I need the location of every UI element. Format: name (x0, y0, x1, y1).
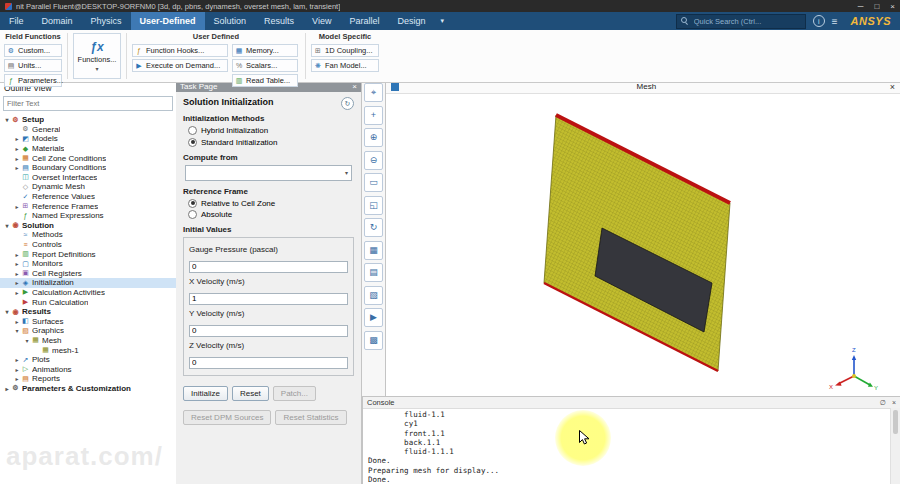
tree-item-solution[interactable]: ▾◉Solution (0, 221, 176, 231)
tree-item-initialization[interactable]: ▸◈Initialization (0, 278, 176, 288)
ribbon-button-fan-model[interactable]: ❋Fan Model... (311, 59, 379, 72)
fit-to-window-button[interactable]: ◱ (364, 196, 383, 215)
tree-item-parameters-customization[interactable]: ▸⚙Parameters & Customization (0, 384, 176, 394)
tree-item-surfaces[interactable]: ▸◧Surfaces (0, 316, 176, 326)
quick-search-input[interactable] (692, 16, 801, 27)
tree-expander-icon[interactable]: ▸ (3, 385, 11, 392)
tree-item-reference-frames[interactable]: ▸⊞Reference Frames (0, 201, 176, 211)
tree-item-overset-interfaces[interactable]: ◫Overset Interfaces (0, 173, 176, 183)
radio-option-absolute[interactable]: Absolute (188, 210, 354, 219)
tree-expander-icon[interactable]: ▸ (13, 356, 21, 363)
tree-expander-icon[interactable]: ▸ (13, 279, 21, 286)
field-input-x-velocity-m-s[interactable] (189, 293, 348, 305)
tree-expander-icon[interactable]: ▸ (13, 145, 21, 152)
close-button[interactable]: × (890, 2, 895, 11)
ribbon-tab-results[interactable]: Results (255, 12, 303, 30)
tree-expander-icon[interactable]: ▸ (13, 270, 21, 277)
tree-expander-icon[interactable]: ▸ (13, 366, 21, 373)
ribbon-tab-file[interactable]: File (0, 12, 33, 30)
tree-item-report-definitions[interactable]: ▸▥Report Definitions (0, 249, 176, 259)
tree-expander-icon[interactable]: ▸ (13, 164, 21, 171)
tree-item-cell-registers[interactable]: ▸▣Cell Registers (0, 269, 176, 279)
tree-item-models[interactable]: ▸◩Models (0, 134, 176, 144)
tree-expander-icon[interactable]: ▸ (13, 375, 21, 382)
ribbon-tab-parallel[interactable]: Parallel (340, 12, 388, 30)
radio-icon[interactable] (188, 138, 197, 147)
tree-item-named-expressions[interactable]: ƒNamed Expressions (0, 211, 176, 221)
filter-box[interactable] (3, 96, 173, 111)
graphics-close-icon[interactable]: × (890, 82, 895, 92)
pan-button[interactable]: + (364, 106, 383, 125)
filter-input[interactable] (4, 99, 172, 108)
radio-icon[interactable] (188, 199, 197, 208)
ribbon-button-read-table[interactable]: ▥Read Table... (232, 74, 298, 87)
refresh-icon[interactable]: ↻ (341, 97, 354, 110)
info-icon[interactable]: i (813, 15, 825, 27)
ribbon-tab-physics[interactable]: Physics (82, 12, 131, 30)
ribbon-button-execute-on-demand[interactable]: ▶Execute on Demand... (132, 59, 228, 72)
graphics-canvas[interactable]: Z X Y (386, 93, 900, 396)
ribbon-tab-design[interactable]: Design (388, 12, 434, 30)
compute-from-dropdown[interactable]: ▾ (185, 165, 352, 181)
field-input-z-velocity-m-s[interactable] (189, 357, 348, 369)
zoom-out-button[interactable]: ⊖ (364, 151, 383, 170)
ribbon-tab-view[interactable]: View (303, 12, 340, 30)
tree-item-results[interactable]: ▾◉Results (0, 307, 176, 317)
tree-item-monitors[interactable]: ▸▢Monitors (0, 259, 176, 269)
ribbon-button-units[interactable]: ▤Units... (4, 59, 62, 72)
ribbon-button-parameters[interactable]: ƒParameters... (4, 74, 62, 87)
tree-expander-icon[interactable]: ▸ (13, 251, 21, 258)
tree-expander-icon[interactable]: ▾ (13, 327, 21, 334)
initialize-button[interactable]: Initialize (183, 386, 228, 401)
console-scrollbar[interactable] (890, 408, 900, 484)
ribbon-tab-user-defined[interactable]: User-Defined (131, 12, 205, 30)
tree-expander-icon[interactable]: ▸ (13, 155, 21, 162)
ribbon-tab-domain[interactable]: Domain (33, 12, 82, 30)
functions-button[interactable]: ƒx Functions... ▾ (73, 33, 121, 79)
tree-item-animations[interactable]: ▸▷Animations (0, 364, 176, 374)
console-output[interactable]: fluid-1.1 cy1 front.1.1 back.1.1 fluid-1… (363, 408, 890, 484)
tree-item-calculation-activities[interactable]: ▸▶Calculation Activities (0, 288, 176, 298)
views-button[interactable]: ▤ (364, 263, 383, 282)
reset-button[interactable]: Reset (232, 386, 269, 401)
tree-expander-icon[interactable]: ▸ (13, 318, 21, 325)
tree-item-controls[interactable]: ≡Controls (0, 240, 176, 250)
ribbon-button-1d-coupling[interactable]: ⊞1D Coupling... (311, 44, 379, 57)
tree-item-mesh[interactable]: ▾▦Mesh (0, 336, 176, 346)
tree-item-reports[interactable]: ▸▤Reports (0, 374, 176, 384)
ribbon-more-button[interactable]: ▾ (435, 12, 451, 30)
rotate-view-button[interactable]: ↻ (364, 218, 383, 237)
ribbon-button-memory[interactable]: ▦Memory... (232, 44, 298, 57)
ribbon-button-function-hooks[interactable]: ƒFunction Hooks... (132, 44, 228, 57)
radio-option-hybrid-initialization[interactable]: Hybrid Initialization (188, 126, 354, 135)
menu-icon[interactable]: ≡ (832, 16, 838, 27)
tree-expander-icon[interactable]: ▸ (13, 203, 21, 210)
snapshot-button[interactable]: ▧ (364, 286, 383, 305)
tree-expander-icon[interactable]: ▸ (13, 135, 21, 142)
tree-expander-icon[interactable]: ▾ (23, 337, 31, 344)
tree-item-boundary-conditions[interactable]: ▸▤Boundary Conditions (0, 163, 176, 173)
tree-item-graphics[interactable]: ▾▧Graphics (0, 326, 176, 336)
tree-item-methods[interactable]: ≈Methods (0, 230, 176, 240)
radio-icon[interactable] (188, 210, 197, 219)
tree-expander-icon[interactable]: ▾ (3, 222, 11, 229)
zoom-window-button[interactable]: ▭ (364, 173, 383, 192)
quick-search-box[interactable] (676, 14, 806, 29)
tree-item-materials[interactable]: ▸◆Materials (0, 144, 176, 154)
console-clear-icon[interactable]: ∅ (880, 399, 886, 407)
tree-item-reference-values[interactable]: ✓Reference Values (0, 192, 176, 202)
radio-option-relative-to-cell-zone[interactable]: Relative to Cell Zone (188, 199, 354, 208)
mesh-display-button[interactable]: ▩ (364, 331, 383, 350)
tree-item-setup[interactable]: ▾⚙Setup (0, 115, 176, 125)
field-input-y-velocity-m-s[interactable] (189, 325, 348, 337)
tree-item-mesh-1[interactable]: ▦mesh-1 (0, 345, 176, 355)
tree-expander-icon[interactable]: ▸ (13, 260, 21, 267)
radio-icon[interactable] (188, 126, 197, 135)
tree-item-cell-zone-conditions[interactable]: ▸▦Cell Zone Conditions (0, 153, 176, 163)
ribbon-tab-solution[interactable]: Solution (205, 12, 256, 30)
tree-item-run-calculation[interactable]: ▶Run Calculation (0, 297, 176, 307)
zoom-in-button[interactable]: ⊕ (364, 128, 383, 147)
console-close-icon[interactable]: × (892, 399, 896, 407)
animation-button[interactable]: ▶ (364, 308, 383, 327)
radio-option-standard-initialization[interactable]: Standard Initialization (188, 138, 354, 147)
